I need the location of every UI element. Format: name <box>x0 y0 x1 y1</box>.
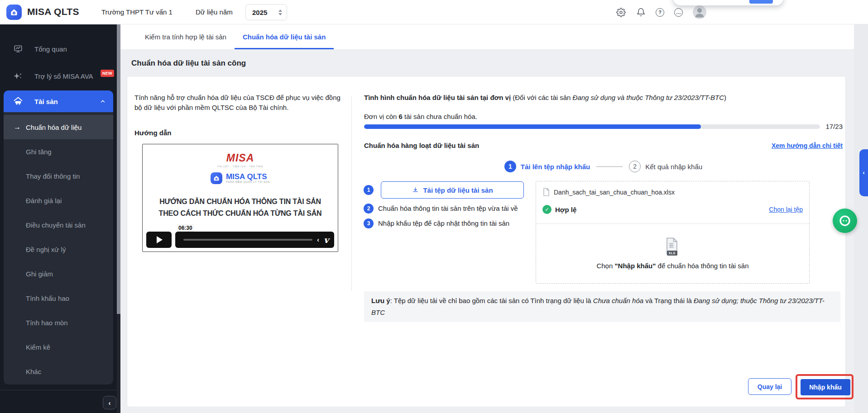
settings-gear-icon[interactable] <box>616 7 626 17</box>
video-app-subtitle: PHẦN MỀM QUẢN LÝ TÀI SẢN <box>226 180 270 183</box>
unit-name[interactable]: Trường THPT Tư vấn 1 <box>101 8 173 16</box>
step-3-number: 3 <box>364 218 374 228</box>
note-italic1: Chưa chuẩn hóa <box>593 297 643 304</box>
status-prefix: (Đối với các tài sản <box>511 94 573 101</box>
tab-label: Kiểm tra tính hợp lệ tài sản <box>145 33 226 41</box>
video-progress-bar[interactable] <box>183 239 312 241</box>
sidebar-subitem-label: Đánh giá lại <box>26 197 62 204</box>
sidebar-subitem-other[interactable]: Khác <box>4 359 113 384</box>
main-content: Kiểm tra tính hợp lệ tài sản Chuẩn hóa d… <box>120 24 854 413</box>
sidebar-subitem-label: Tính khấu hao <box>26 294 69 302</box>
spin-down-icon[interactable] <box>278 13 282 15</box>
sidebar-subitem-inventory[interactable]: Kiểm kê <box>4 335 113 359</box>
sidebar-subitem-record-decrease[interactable]: Ghi giảm <box>4 261 113 286</box>
sidebar-scrollbar-thumb[interactable] <box>117 24 120 314</box>
chevron-up-icon[interactable] <box>100 98 106 104</box>
year-selector[interactable]: 2025 <box>245 4 287 20</box>
sidebar-subitem-depreciation[interactable]: Tính khấu hao <box>4 286 113 310</box>
video-chevron-icon[interactable]: ‹ <box>317 236 319 243</box>
stepper-connector <box>596 166 623 167</box>
hint-prefix: Chọn <box>596 262 614 270</box>
page-title: Chuẩn hóa dữ liệu tài sản công <box>131 59 246 68</box>
support-chat-button[interactable] <box>833 209 857 233</box>
stepper-step-2: 2 <box>629 161 641 172</box>
sidebar-subitem-asset-transfer[interactable]: Điều chuyển tài sản <box>4 213 113 237</box>
note-part2: và Trạng thái là <box>643 297 694 304</box>
sidebar-item-overview[interactable]: Tổng quan <box>0 39 117 59</box>
back-button[interactable]: Quay lại <box>748 378 791 395</box>
tab-validity-check[interactable]: Kiểm tra tính hợp lệ tài sản <box>137 24 235 49</box>
notification-bell-icon[interactable] <box>636 7 646 17</box>
tab-standardize-data[interactable]: Chuẩn hóa dữ liệu tài sản <box>235 24 334 49</box>
sidebar-subitem-standardize-data[interactable]: → Chuẩn hóa dữ liệu <box>4 115 113 139</box>
play-icon <box>157 236 163 243</box>
content-card: Tính năng hỗ trợ chuẩn hóa dữ liệu của T… <box>127 76 846 407</box>
import-hint-area: XLS Chọn "Nhập khẩu" để chuẩn hóa thông … <box>536 223 809 283</box>
sidebar-item-label: Tổng quan <box>34 45 67 53</box>
app-logo[interactable] <box>6 5 22 20</box>
remaining-count: 6 <box>399 113 403 120</box>
sidebar-subitem-label: Ghi giảm <box>26 270 53 278</box>
user-avatar[interactable] <box>693 5 706 19</box>
panel-divider <box>351 96 352 291</box>
video-title-line1: HƯỚNG DẪN CHUẨN HÓA THÔNG TIN TÀI SẢN <box>143 198 338 206</box>
video-app-row: MISA QLTS PHẦN MỀM QUẢN LÝ TÀI SẢN <box>143 172 338 184</box>
sidebar-subitem-revaluation[interactable]: Đánh giá lại <box>4 188 113 213</box>
sidebar-collapse-button[interactable]: ‹ <box>103 396 116 409</box>
video-play-button[interactable] <box>146 232 172 248</box>
sidebar-item-assets[interactable]: Tài sản <box>4 90 113 112</box>
batch-row: Chuẩn hóa hàng loạt dữ liệu tài sản Xem … <box>364 142 843 149</box>
sidebar-subitem-record-increase[interactable]: Ghi tăng <box>4 139 113 164</box>
help-icon[interactable]: ? <box>656 8 664 17</box>
guide-video-player[interactable]: MISA TIN CẬY - TIỆN ÍCH - TẬN TÌNH MISA … <box>142 144 338 252</box>
status-suffix: ) <box>724 94 726 101</box>
batch-title: Chuẩn hóa hàng loạt dữ liệu tài sản <box>364 142 479 149</box>
sidebar-subitem-label: Tính hao mòn <box>26 319 68 327</box>
year-label: Dữ liệu năm <box>196 8 233 16</box>
sidebar-item-label: Trợ lý số MISA AVA <box>34 72 93 80</box>
cutoff-popup-button <box>749 0 773 4</box>
sidebar-subitem-label: Kiểm kê <box>26 343 50 351</box>
import-stepper: 1 Tải lên tệp nhập khẩu 2 Kết quả nhập k… <box>364 161 843 172</box>
import-button[interactable]: Nhập khẩu <box>801 379 850 395</box>
chat-bubble-icon <box>838 214 852 228</box>
dashboard-monitor-icon <box>13 43 24 54</box>
sidebar-subitem-disposal-request[interactable]: Đề nghị xử lý <box>4 237 113 261</box>
year-value: 2025 <box>252 9 278 16</box>
spin-up-icon[interactable] <box>278 9 282 12</box>
uploaded-file-row: Danh_sach_tai_san_chua_chuan_hoa.xlsx <box>542 188 803 196</box>
sidebar-subitem-change-info[interactable]: Thay đổi thông tin <box>4 164 113 188</box>
status-line: Tình hình chuẩn hóa dữ liệu tài sản tại … <box>364 94 842 101</box>
download-asset-file-button[interactable]: Tải tệp dữ liệu tài sản <box>381 181 524 199</box>
sidebar-item-misa-ava[interactable]: Trợ lý số MISA AVA NEW <box>0 66 117 86</box>
status-title: Tình hình chuẩn hóa dữ liệu tài sản tại … <box>364 94 511 101</box>
stepper-step-1-label[interactable]: Tải lên tệp nhập khẩu <box>521 163 590 171</box>
video-app-name: MISA QLTS <box>226 173 270 180</box>
sidebar-subitem-wear[interactable]: Tính hao mòn <box>4 310 113 335</box>
year-spinner[interactable] <box>278 9 282 15</box>
hint-bold: "Nhập khẩu" <box>614 262 656 270</box>
video-duration: 06:30 <box>177 225 193 231</box>
sidebar-divider <box>0 390 117 390</box>
step-1-number: 1 <box>364 185 374 195</box>
more-options-icon[interactable]: … <box>674 8 683 17</box>
download-button-label: Tải tệp dữ liệu tài sản <box>423 186 493 194</box>
progress-label: 17/23 <box>825 123 843 130</box>
misa-tagline: TIN CẬY - TIỆN ÍCH - TẬN TÌNH <box>143 165 338 168</box>
vimeo-logo[interactable]: v <box>324 235 329 245</box>
note-part1: : Tệp dữ liệu tải về chỉ bao gồm các tài… <box>390 297 593 304</box>
tab-bar: Kiểm tra tính hợp lệ tài sản Chuẩn hóa d… <box>120 24 854 50</box>
sidebar: Tổng quan Trợ lý số MISA AVA NEW Tài sản… <box>0 24 117 413</box>
progress-fill <box>364 124 701 129</box>
title-band: Chuẩn hóa dữ liệu tài sản công <box>120 50 854 76</box>
new-badge: NEW <box>101 70 114 77</box>
stepper-step-2-label[interactable]: Kết quả nhập khẩu <box>645 163 702 171</box>
detailed-guide-link[interactable]: Xem hướng dẫn chi tiết <box>772 142 843 149</box>
reselect-file-link[interactable]: Chọn lại tệp <box>769 206 803 213</box>
sidebar-subitem-label: Ghi tăng <box>26 148 52 156</box>
cutoff-popup <box>673 0 783 5</box>
guide-label: Hướng dẫn <box>134 129 172 137</box>
step-3-text: Nhập khẩu tệp để cập nhật thông tin tài … <box>378 219 509 227</box>
file-icon <box>542 188 550 196</box>
collapsed-panel-tab[interactable]: ‹ <box>859 149 868 196</box>
